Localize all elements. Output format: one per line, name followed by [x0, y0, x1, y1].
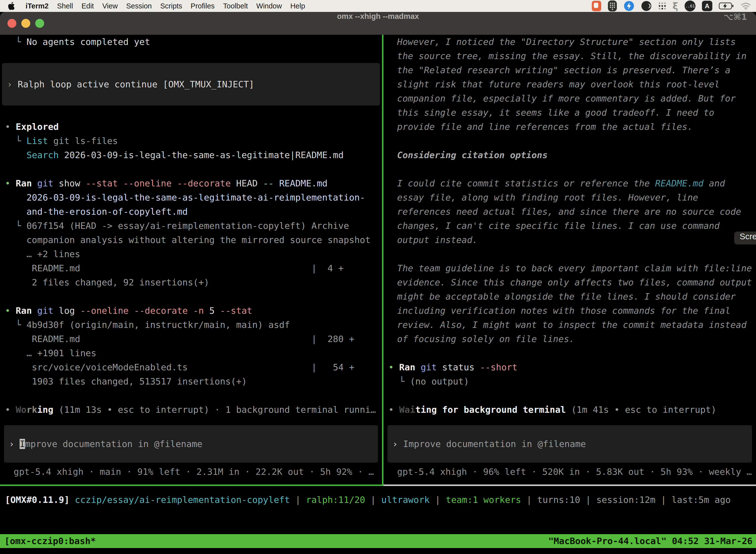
- menu-item-scripts[interactable]: Scripts: [156, 2, 187, 10]
- text-segment: README.md: [655, 178, 703, 188]
- text-segment: and: [703, 178, 725, 188]
- text-segment: (1m 41s • esc to interrupt): [566, 404, 716, 415]
- menu-item-shell[interactable]: Shell: [53, 2, 77, 10]
- text-segment: HEAD: [236, 178, 263, 188]
- tmux-session-name[interactable]: [omx-cczip0:bash*: [0, 534, 96, 548]
- terminal-line: [0, 289, 382, 303]
- menu-item-window[interactable]: Window: [252, 2, 286, 10]
- terminal-line: 2 files changed, 92 insertions(+): [0, 275, 382, 289]
- text-segment: including verification notes with those …: [397, 306, 731, 316]
- text-segment: git: [37, 306, 59, 316]
- tmux-host-clock: "MacBook-Pro-44.local" 04:52 31-Mar-26: [548, 534, 756, 548]
- text-segment: and-the-erosion-of-copyleft.md: [5, 207, 188, 217]
- terminal-line: [383, 162, 756, 176]
- left-tmux-pane[interactable]: └ No agents completed yet› Ralph loop ac…: [0, 35, 382, 486]
- lightning-badge-icon[interactable]: [624, 0, 634, 11]
- left-transcript: └ No agents completed yet› Ralph loop ac…: [0, 35, 382, 417]
- wifi-icon[interactable]: [741, 2, 751, 10]
- terminal-line: The team guideline is to back every impo…: [383, 261, 756, 275]
- text-segment: Ran: [399, 362, 421, 372]
- text-segment: Wo: [16, 404, 26, 415]
- terminal-line: └ 067f154 (HEAD -> essay/ai-reimplementa…: [0, 219, 382, 233]
- terminal-line: the source tree, missing the essay. Stil…: [383, 49, 756, 63]
- text-segment: •: [5, 178, 16, 188]
- countdown-circle-icon[interactable]: ..61: [685, 0, 695, 11]
- terminal-line: … +1901 lines: [0, 346, 382, 360]
- text-segment: 1903 files changed, 513517 insertions(+): [5, 376, 247, 386]
- terminal-line: └ No agents completed yet: [0, 35, 382, 49]
- text-segment: cczip/essay/ai-reimplementation-copyleft: [75, 495, 290, 505]
- terminal-line: • Working (11m 13s • esc to interrupt) ·…: [0, 403, 382, 417]
- prompt-chevron-icon: ›: [9, 439, 19, 449]
- menu-item-edit[interactable]: Edit: [77, 2, 98, 10]
- terminal-line: [0, 49, 382, 63]
- text-segment: essay file, along with finding root file…: [397, 192, 698, 203]
- menu-item-iterm2[interactable]: iTerm2: [21, 2, 53, 10]
- right-tmux-pane[interactable]: However, I noticed the "Directory Struct…: [383, 35, 756, 486]
- terminal-line: including verification notes with those …: [383, 303, 756, 318]
- terminal-line: └ List git ls-files: [0, 134, 382, 148]
- squiggle-icon[interactable]: ξ: [673, 0, 678, 11]
- terminal-line: README.md | 280 +: [0, 332, 382, 346]
- text-segment: •: [388, 362, 399, 372]
- window-titlebar[interactable]: omx --xhigh --madmax ⌥⌘1: [0, 12, 756, 35]
- menu-item-session[interactable]: Session: [122, 2, 156, 10]
- text-segment: I could cite commit statistics or refere…: [397, 178, 655, 188]
- menu-status-icons: ξ ..61 A: [592, 0, 756, 12]
- left-prompt-input[interactable]: › Improve documentation in @filename: [4, 425, 378, 463]
- iterm-window: omx --xhigh --madmax ⌥⌘1 └ No agents com…: [0, 12, 756, 554]
- text-segment: might be acceptable alongside the file l…: [397, 291, 736, 301]
- text-segment: └ (no output): [388, 376, 469, 386]
- text-segment: |: [430, 495, 446, 505]
- text-segment: List: [26, 136, 48, 146]
- apple-menu-icon[interactable]: [7, 2, 15, 10]
- prompt-placeholder: mprove documentation in @filename: [25, 439, 202, 449]
- text-segment: Ran: [16, 306, 37, 316]
- text-segment: •: [5, 404, 16, 415]
- crescent-circle-icon[interactable]: [641, 0, 652, 11]
- right-prompt-input[interactable]: › Improve documentation in @filename: [387, 425, 752, 463]
- text-segment: src/voice/voiceModeEnabled.ts | 54 +: [5, 362, 355, 372]
- menu-items: iTerm2ShellEditViewSessionScriptsProfile…: [21, 2, 309, 10]
- text-segment: output instead.: [397, 235, 478, 245]
- text-segment: ultrawork: [381, 495, 430, 505]
- terminal-line: changes, I can't cite specific file line…: [383, 219, 756, 233]
- terminal-line: • Ran git show --stat --oneline --decora…: [0, 176, 382, 190]
- battery-icon[interactable]: [719, 2, 734, 10]
- text-segment: the "Related research writing" section i…: [397, 65, 731, 75]
- terminal-line: companion file, especially if more comme…: [383, 91, 756, 106]
- terminal-line: Search 2026-03-09-is-legal-the-same-as-l…: [0, 148, 382, 162]
- keypad-shield-icon[interactable]: [608, 0, 617, 12]
- text-segment: --oneline --decorate -n: [80, 306, 209, 316]
- terminal-line: might be acceptable alongside the file l…: [383, 289, 756, 303]
- terminal-line: └ 4b9d30f (origin/main, instructkr/main,…: [0, 318, 382, 332]
- text-segment: git: [37, 178, 59, 188]
- menu-item-toolbelt[interactable]: Toolbelt: [219, 2, 252, 10]
- text-segment: •: [5, 306, 16, 316]
- text-segment: changes, I can't cite specific file line…: [397, 221, 719, 231]
- terminal-line: • Explored: [0, 120, 382, 134]
- text-segment: |: [290, 495, 306, 505]
- text-segment: rk: [26, 404, 37, 415]
- input-source-icon[interactable]: A: [702, 1, 712, 11]
- menu-item-profiles[interactable]: Profiles: [187, 2, 219, 10]
- text-segment: team:1 workers: [446, 495, 521, 505]
- dots-grid-icon[interactable]: [658, 2, 666, 10]
- prompt-chevron-icon: ›: [392, 439, 403, 449]
- terminal-line: the "Related research writing" section i…: [383, 63, 756, 77]
- terminal-line: [0, 106, 382, 120]
- screen-tooltip: Scre: [734, 232, 756, 244]
- terminal-line: However, I noticed the "Directory Struct…: [383, 35, 756, 49]
- screen-recording-indicator-icon[interactable]: [592, 1, 601, 11]
- menu-item-view[interactable]: View: [98, 2, 122, 10]
- text-segment: Ralph loop active continue [OMX_TMUX_INJ…: [18, 79, 254, 89]
- terminal-line: of focusing solely on file lines.: [383, 332, 756, 346]
- terminal-line: src/voice/voiceModeEnabled.ts | 54 +: [0, 360, 382, 374]
- text-segment: (11m 13s • esc to interrupt) · 1 backgro…: [53, 404, 376, 415]
- text-segment: show: [59, 178, 85, 188]
- menu-item-help[interactable]: Help: [286, 2, 309, 10]
- terminal-line: [0, 388, 382, 403]
- text-segment: └: [5, 136, 26, 146]
- inline-prompt-box[interactable]: › Ralph loop active continue [OMX_TMUX_I…: [2, 63, 380, 106]
- terminal-line: review. Also, I might want to inspect th…: [383, 318, 756, 332]
